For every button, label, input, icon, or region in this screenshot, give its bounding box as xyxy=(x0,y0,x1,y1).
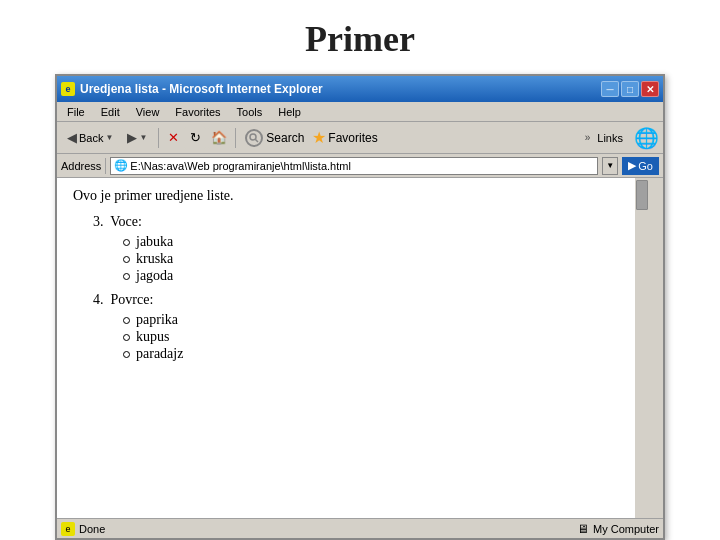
intro-text: Ovo je primer uredjene liste. xyxy=(73,188,633,204)
back-label: Back xyxy=(79,132,103,144)
list-item-2: 4. Povrce: xyxy=(93,292,633,308)
list-item: jagoda xyxy=(123,268,633,284)
list-item: kruska xyxy=(123,251,633,267)
item-kruska: kruska xyxy=(136,251,173,267)
toolbar: ◀ Back ▼ ▶ ▼ ✕ ↻ 🏠 Search ★ Favorites xyxy=(57,122,663,154)
list-item: paradajz xyxy=(123,346,633,362)
menu-edit[interactable]: Edit xyxy=(97,105,124,119)
go-button[interactable]: ▶ Go xyxy=(622,157,659,175)
page-title: Primer xyxy=(0,0,720,74)
menu-favorites[interactable]: Favorites xyxy=(171,105,224,119)
browser-window: e Uredjena lista - Microsoft Internet Ex… xyxy=(55,74,665,540)
svg-point-0 xyxy=(250,134,256,140)
close-button[interactable]: ✕ xyxy=(641,81,659,97)
list-item-1: 3. Voce: xyxy=(93,214,633,230)
links-button[interactable]: Links xyxy=(592,129,628,147)
list-item: jabuka xyxy=(123,234,633,250)
bullet-circle-icon xyxy=(123,256,130,263)
home-button[interactable]: 🏠 xyxy=(208,127,230,149)
separator-2 xyxy=(235,128,236,148)
title-bar: e Uredjena lista - Microsoft Internet Ex… xyxy=(57,76,663,102)
search-icon xyxy=(245,129,263,147)
list-number-1: 3. xyxy=(93,214,104,229)
list-number-2: 4. xyxy=(93,292,104,307)
address-globe-icon: 🌐 xyxy=(114,159,128,172)
list-label-1: Voce: xyxy=(110,214,142,229)
search-area[interactable]: Search xyxy=(245,129,304,147)
bullet-circle-icon xyxy=(123,239,130,246)
separator-1 xyxy=(158,128,159,148)
forward-dropdown-icon: ▼ xyxy=(139,133,147,142)
item-paradajz: paradajz xyxy=(136,346,183,362)
back-arrow-icon: ◀ xyxy=(67,130,77,145)
search-label: Search xyxy=(266,131,304,145)
stop-button[interactable]: ✕ xyxy=(164,129,182,147)
ordered-list: 3. Voce: jabuka kruska jagoda xyxy=(93,214,633,362)
unordered-list-1: jabuka kruska jagoda xyxy=(123,234,633,284)
menu-tools[interactable]: Tools xyxy=(233,105,267,119)
list-item: kupus xyxy=(123,329,633,345)
zone-text: My Computer xyxy=(593,523,659,535)
item-paprika: paprika xyxy=(136,312,178,328)
scrollbar-right[interactable] xyxy=(635,178,649,518)
bullet-circle-icon xyxy=(123,273,130,280)
address-label: Address xyxy=(61,160,101,172)
window-title: Uredjena lista - Microsoft Internet Expl… xyxy=(80,82,323,96)
favorites-label: Favorites xyxy=(328,131,377,145)
address-dropdown-button[interactable]: ▼ xyxy=(602,157,618,175)
svg-line-1 xyxy=(256,139,259,142)
menu-help[interactable]: Help xyxy=(274,105,305,119)
forward-arrow-icon: ▶ xyxy=(127,130,137,145)
status-bar: e Done 🖥 My Computer xyxy=(57,518,663,538)
bullet-circle-icon xyxy=(123,317,130,324)
item-kupus: kupus xyxy=(136,329,169,345)
list-item: paprika xyxy=(123,312,633,328)
address-bar: Address 🌐 ▼ ▶ Go xyxy=(57,154,663,178)
content-area: Ovo je primer uredjene liste. 3. Voce: j… xyxy=(57,178,663,518)
item-jabuka: jabuka xyxy=(136,234,173,250)
address-separator xyxy=(105,158,106,174)
bullet-circle-icon xyxy=(123,351,130,358)
go-label: Go xyxy=(638,160,653,172)
menu-view[interactable]: View xyxy=(132,105,164,119)
menu-file[interactable]: File xyxy=(63,105,89,119)
go-arrow-icon: ▶ xyxy=(628,159,636,172)
forward-button[interactable]: ▶ ▼ xyxy=(121,127,153,148)
address-input-wrap: 🌐 xyxy=(110,157,598,175)
scrollbar-thumb[interactable] xyxy=(636,180,648,210)
status-text: Done xyxy=(79,523,105,535)
status-icon: e xyxy=(61,522,75,536)
menu-bar: File Edit View Favorites Tools Help xyxy=(57,102,663,122)
unordered-list-2: paprika kupus paradajz xyxy=(123,312,633,362)
item-jagoda: jagoda xyxy=(136,268,173,284)
address-input[interactable] xyxy=(130,160,594,172)
computer-icon: 🖥 xyxy=(577,522,589,536)
bullet-circle-icon xyxy=(123,334,130,341)
back-dropdown-icon: ▼ xyxy=(105,133,113,142)
chevron-right-icon: » xyxy=(585,132,591,143)
favorites-area[interactable]: ★ Favorites xyxy=(312,128,377,147)
refresh-button[interactable]: ↻ xyxy=(184,127,206,149)
browser-icon: e xyxy=(61,82,75,96)
maximize-button[interactable]: □ xyxy=(621,81,639,97)
back-button[interactable]: ◀ Back ▼ xyxy=(61,127,119,148)
minimize-button[interactable]: ─ xyxy=(601,81,619,97)
ie-logo-icon: 🌐 xyxy=(634,126,659,150)
list-label-2: Povrce: xyxy=(111,292,154,307)
star-icon: ★ xyxy=(312,128,326,147)
